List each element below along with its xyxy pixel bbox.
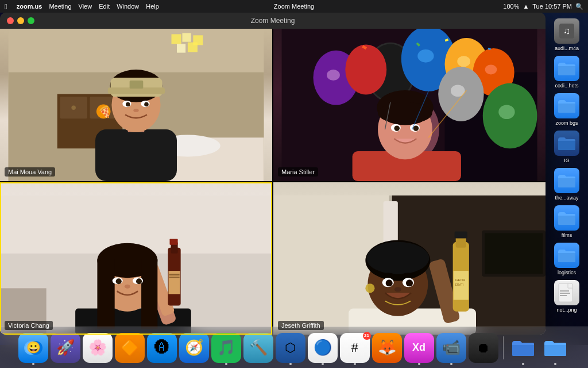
svg-rect-80 (141, 259, 157, 329)
video-cell-victoria-chang[interactable]: Victoria Chang (0, 182, 272, 335)
svg-point-10 (71, 105, 76, 110)
minimize-button[interactable] (17, 17, 24, 24)
menubar-right: 100% ▲ Tue 10:57 PM 🔍 (503, 3, 583, 10)
dock-firefox[interactable]: 🦊 (372, 333, 402, 363)
the-away-folder-icon (554, 168, 579, 193)
desktop-icon-not-png[interactable]: not...png (547, 280, 586, 313)
svg-rect-75 (169, 277, 179, 278)
svg-point-40 (498, 105, 514, 120)
svg-text:♫: ♫ (563, 26, 570, 36)
svg-rect-79 (97, 259, 114, 329)
desktop-icon-ig[interactable]: IG (547, 131, 586, 163)
dock-obs[interactable]: ⏺ (469, 333, 498, 363)
svg-text:ERATI: ERATI (455, 283, 463, 286)
menubar-title: Zoom Meeting (274, 3, 314, 10)
desktop-icon-films[interactable]: films (547, 205, 586, 238)
video-cell-mai-moua-vang[interactable]: 🍕 🍕 Mai Moua Vang (0, 29, 272, 181)
dock-slack[interactable]: # 21 (340, 333, 370, 363)
desktop-icon-audio[interactable]: ♫ audi...m4a (547, 18, 586, 51)
dock-vlc[interactable]: 🔶 (115, 333, 145, 363)
search-icon[interactable]: 🔍 (575, 3, 583, 10)
svg-rect-20 (130, 80, 144, 89)
svg-rect-97 (455, 231, 467, 238)
not-png-label: not...png (556, 307, 577, 313)
films-label: films (562, 232, 572, 238)
not-png-file-icon (554, 280, 579, 305)
logistics-label: logistics (558, 270, 576, 275)
audio-file-icon: ♫ (554, 18, 579, 44)
dock-vscode[interactable]: ⬡ (276, 333, 305, 363)
svg-point-59 (394, 125, 400, 131)
zoom-bgs-folder-icon (554, 93, 579, 118)
menu-meeting[interactable]: Meeting (49, 3, 71, 10)
codi-folder-label: codi...hots (555, 83, 578, 89)
dock-photos[interactable]: 🌸 (83, 333, 113, 363)
svg-point-109 (406, 279, 413, 286)
svg-rect-72 (169, 239, 177, 245)
svg-point-84 (136, 278, 142, 284)
desktop-icon-logistics[interactable]: logistics (547, 243, 586, 275)
svg-rect-3 (182, 33, 191, 42)
dock-zoom[interactable]: 📹 (436, 333, 466, 363)
dock-launchpad[interactable]: 🚀 (51, 333, 80, 363)
svg-point-56 (378, 102, 432, 124)
zoom-titlebar: Zoom Meeting (0, 13, 546, 29)
svg-rect-91 (485, 233, 543, 274)
svg-rect-116 (560, 295, 567, 296)
dock-xcode[interactable]: 🔨 (243, 333, 273, 363)
the-away-label: the...away (555, 195, 578, 201)
menu-window[interactable]: Window (117, 3, 139, 10)
close-button[interactable] (7, 17, 14, 24)
svg-rect-114 (560, 290, 569, 292)
svg-rect-2 (172, 34, 181, 44)
menu-edit[interactable]: Edit (99, 3, 110, 10)
svg-rect-6 (188, 43, 198, 52)
zoom-window: Zoom Meeting (0, 13, 546, 335)
app-menu-zoom[interactable]: zoom.us (17, 3, 42, 10)
svg-point-23 (126, 102, 130, 107)
desktop-icon-zoom-bgs[interactable]: zoom bgs (547, 93, 586, 126)
svg-text:🍕: 🍕 (98, 105, 111, 118)
zoom-bgs-label: zoom bgs (555, 120, 578, 126)
dock-chrome[interactable]: 🔵 (308, 333, 338, 363)
dock-separator (503, 336, 504, 359)
svg-point-38 (485, 64, 497, 74)
svg-rect-5 (177, 44, 185, 53)
svg-point-43 (345, 44, 386, 94)
menubar-left:  zoom.us Meeting View Edit Window Help (5, 2, 503, 11)
desktop: Zoom Meeting (0, 13, 588, 345)
menubar:  zoom.us Meeting View Edit Window Help … (0, 0, 588, 13)
logistics-folder-icon (554, 243, 579, 268)
svg-point-42 (327, 70, 340, 80)
dock-app-store[interactable]: 🅐 (147, 333, 177, 363)
traffic-lights (7, 17, 34, 24)
svg-text:😀: 😀 (26, 340, 40, 354)
fullscreen-button[interactable] (28, 17, 34, 24)
menu-help[interactable]: Help (146, 3, 159, 10)
video-cell-jeseth-griffith[interactable]: GEOR ERATI (273, 182, 546, 335)
video-cell-maria-stiller[interactable]: Maria Stiller (273, 29, 546, 181)
svg-point-108 (386, 279, 393, 286)
svg-point-36 (457, 56, 470, 67)
dock-spotify[interactable]: 🎵 (211, 333, 241, 363)
menu-view[interactable]: View (79, 3, 92, 10)
svg-point-34 (417, 49, 434, 63)
svg-rect-74 (169, 274, 179, 275)
svg-point-60 (413, 125, 419, 131)
svg-point-24 (144, 102, 149, 107)
dock-finder[interactable]: 😀 (18, 333, 48, 363)
dock-adobe-xd[interactable]: Xd (404, 333, 434, 363)
dock: 😀 🚀 🌸 🔶 🅐 🧭 🎵 🔨 ⬡ 🔵 # 21 🦊 (0, 327, 588, 368)
dock-folder1[interactable] (508, 333, 538, 363)
desktop-icon-codi[interactable]: codi...hots (547, 56, 586, 89)
slack-badge: 21 (363, 332, 371, 340)
desktop-icon-the-away[interactable]: the...away (547, 168, 586, 201)
svg-rect-115 (560, 293, 570, 294)
dock-folder2[interactable] (540, 333, 570, 363)
apple-menu[interactable]:  (5, 2, 7, 11)
svg-point-85 (125, 285, 130, 289)
svg-point-105 (365, 283, 374, 293)
svg-text:GEOR: GEOR (455, 278, 466, 282)
participant-label-victoria: Victoria Chang (5, 321, 53, 330)
dock-safari[interactable]: 🧭 (179, 333, 209, 363)
